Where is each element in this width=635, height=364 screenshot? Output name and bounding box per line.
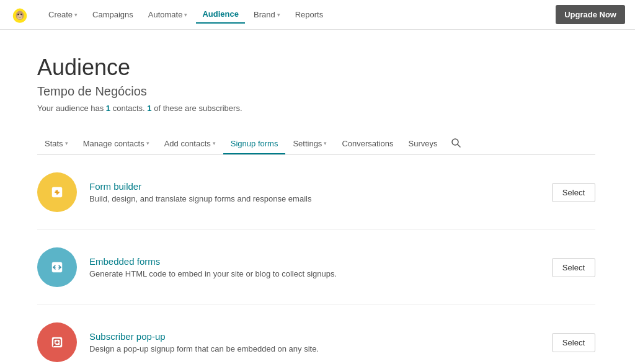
embedded-forms-icon: [37, 247, 77, 287]
form-builder-desc: Build, design, and translate signup form…: [89, 194, 540, 203]
main-content: Audience Tempo de Negócios Your audience…: [0, 30, 633, 364]
subnav-manage-label: Manage contacts: [83, 139, 144, 148]
subnav-conversations-label: Conversations: [342, 139, 393, 148]
svg-point-3: [17, 14, 22, 19]
subnav-stats-chevron: ▾: [65, 140, 68, 146]
nav-automate-chevron: ▾: [184, 12, 187, 18]
embedded-forms-content: Embedded forms Generate HTML code to emb…: [89, 256, 540, 278]
subnav-add-label: Add contacts: [164, 139, 211, 148]
nav-reports[interactable]: Reports: [289, 6, 330, 23]
subnav-search-button[interactable]: [445, 133, 467, 154]
upgrade-button[interactable]: Upgrade Now: [556, 5, 625, 24]
nav-campaigns-label: Campaigns: [92, 10, 133, 19]
subscriber-popup-select-button[interactable]: Select: [552, 333, 595, 352]
subnav-settings-chevron: ▾: [324, 140, 327, 146]
nav-brand-label: Brand: [254, 10, 275, 19]
form-option-embedded-forms: Embedded forms Generate HTML code to emb…: [37, 230, 595, 305]
nav-create[interactable]: Create ▾: [42, 6, 84, 23]
subnav: Stats ▾ Manage contacts ▾ Add contacts ▾…: [37, 133, 595, 155]
svg-point-4: [17, 14, 19, 15]
subnav-add-contacts[interactable]: Add contacts ▾: [157, 134, 223, 154]
embedded-forms-title[interactable]: Embedded forms: [89, 256, 540, 267]
nav-create-chevron: ▾: [74, 12, 78, 18]
nav-reports-label: Reports: [295, 10, 324, 19]
svg-point-5: [20, 14, 22, 15]
subnav-stats-label: Stats: [45, 139, 63, 148]
nav-create-label: Create: [48, 10, 73, 19]
form-option-subscriber-popup: Subscriber pop-up Design a pop-up signup…: [37, 305, 595, 364]
subnav-manage-contacts[interactable]: Manage contacts ▾: [76, 134, 157, 154]
desc-mid: contacts.: [110, 104, 147, 113]
logo[interactable]: [10, 5, 30, 25]
subnav-signup-label: Signup forms: [231, 139, 278, 148]
subnav-signup-forms[interactable]: Signup forms: [223, 134, 286, 154]
nav-automate-label: Automate: [148, 10, 183, 19]
form-options-list: Form builder Build, design, and translat…: [37, 155, 595, 364]
navbar: Create ▾ Campaigns Automate ▾ Audience B…: [0, 0, 635, 30]
nav-brand-chevron: ▾: [277, 12, 280, 18]
form-option-form-builder: Form builder Build, design, and translat…: [37, 155, 595, 230]
subnav-settings-label: Settings: [293, 139, 322, 148]
page-title: Audience: [37, 55, 595, 81]
nav-brand[interactable]: Brand ▾: [247, 6, 286, 23]
subscriber-popup-desc: Design a pop-up signup form that can be …: [89, 344, 540, 353]
nav-items: Create ▾ Campaigns Automate ▾ Audience B…: [42, 6, 556, 24]
subnav-conversations[interactable]: Conversations: [334, 134, 401, 154]
subnav-surveys[interactable]: Surveys: [401, 134, 445, 154]
form-builder-content: Form builder Build, design, and translat…: [89, 181, 540, 203]
subnav-stats[interactable]: Stats ▾: [37, 134, 76, 154]
subnav-surveys-label: Surveys: [408, 139, 437, 148]
embedded-forms-desc: Generate HTML code to embed in your site…: [89, 269, 540, 278]
form-builder-title[interactable]: Form builder: [89, 181, 540, 192]
subscriber-popup-content: Subscriber pop-up Design a pop-up signup…: [89, 331, 540, 353]
subscribers-count: 1: [147, 104, 151, 113]
svg-line-7: [458, 144, 460, 147]
desc-prefix: Your audience has: [37, 104, 106, 113]
nav-audience[interactable]: Audience: [196, 6, 245, 24]
subnav-manage-chevron: ▾: [146, 140, 149, 146]
form-builder-icon: [37, 172, 77, 212]
audience-description: Your audience has 1 contacts. 1 of these…: [37, 104, 595, 113]
desc-suffix: of these are subscribers.: [152, 104, 242, 113]
subnav-add-chevron: ▾: [213, 140, 216, 146]
nav-campaigns[interactable]: Campaigns: [86, 6, 140, 23]
subscriber-popup-title[interactable]: Subscriber pop-up: [89, 331, 540, 342]
contacts-count: 1: [106, 104, 110, 113]
form-builder-select-button[interactable]: Select: [552, 183, 595, 202]
nav-automate[interactable]: Automate ▾: [142, 6, 194, 23]
nav-audience-label: Audience: [202, 9, 239, 19]
subscriber-popup-icon: [37, 322, 77, 362]
embedded-forms-select-button[interactable]: Select: [552, 258, 595, 277]
subnav-settings[interactable]: Settings ▾: [285, 134, 334, 154]
audience-name: Tempo de Negócios: [37, 84, 595, 99]
